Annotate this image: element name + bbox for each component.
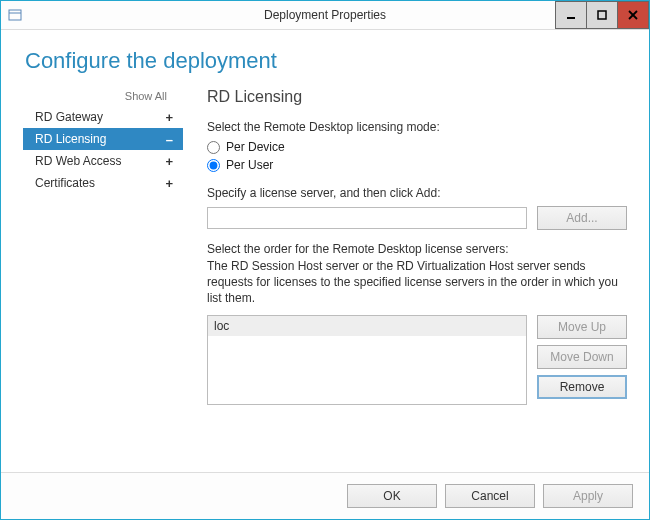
radio-per-device[interactable]: Per Device — [207, 140, 627, 154]
content-row: Show All RD Gateway + RD Licensing – RD … — [1, 88, 649, 472]
sidebar-item-rd-licensing[interactable]: RD Licensing – — [23, 128, 183, 150]
radio-label: Per User — [226, 158, 273, 172]
licensing-mode-label: Select the Remote Desktop licensing mode… — [207, 120, 627, 134]
sidebar-item-label: RD Web Access — [35, 154, 121, 168]
main-pane: RD Licensing Select the Remote Desktop l… — [183, 88, 637, 472]
minimize-button[interactable] — [555, 1, 587, 29]
order-buttons: Move Up Move Down Remove — [537, 315, 627, 405]
list-item[interactable]: loc — [208, 316, 526, 336]
specify-server-label: Specify a license server, and then click… — [207, 186, 627, 200]
close-button[interactable] — [617, 1, 649, 29]
ok-button[interactable]: OK — [347, 484, 437, 508]
show-all-link[interactable]: Show All — [23, 90, 183, 106]
add-button[interactable]: Add... — [537, 206, 627, 230]
sidebar-item-label: RD Gateway — [35, 110, 103, 124]
section-heading: RD Licensing — [207, 88, 627, 106]
move-up-button[interactable]: Move Up — [537, 315, 627, 339]
server-order-row: loc Move Up Move Down Remove — [207, 315, 627, 405]
sidebar-item-label: Certificates — [35, 176, 95, 190]
page-title: Configure the deployment — [1, 30, 649, 88]
radio-per-user[interactable]: Per User — [207, 158, 627, 172]
apply-button[interactable]: Apply — [543, 484, 633, 508]
svg-rect-3 — [598, 11, 606, 19]
radio-per-user-input[interactable] — [207, 159, 220, 172]
expand-icon: + — [165, 110, 173, 125]
expand-icon: + — [165, 176, 173, 191]
license-server-listbox[interactable]: loc — [207, 315, 527, 405]
sidebar-item-certificates[interactable]: Certificates + — [23, 172, 183, 194]
license-server-input[interactable] — [207, 207, 527, 229]
svg-rect-0 — [9, 10, 21, 20]
dialog-footer: OK Cancel Apply — [1, 472, 649, 519]
move-down-button[interactable]: Move Down — [537, 345, 627, 369]
cancel-button[interactable]: Cancel — [445, 484, 535, 508]
server-order-label: Select the order for the Remote Desktop … — [207, 242, 627, 256]
sidebar-item-rd-web-access[interactable]: RD Web Access + — [23, 150, 183, 172]
expand-icon: + — [165, 154, 173, 169]
collapse-icon: – — [166, 132, 173, 147]
remove-button[interactable]: Remove — [537, 375, 627, 399]
radio-label: Per Device — [226, 140, 285, 154]
deployment-properties-window: Deployment Properties Configure the depl… — [0, 0, 650, 520]
titlebar: Deployment Properties — [1, 1, 649, 30]
window-title: Deployment Properties — [1, 8, 649, 22]
radio-per-device-input[interactable] — [207, 141, 220, 154]
window-controls — [556, 1, 649, 29]
add-server-row: Add... — [207, 206, 627, 230]
sidebar-item-rd-gateway[interactable]: RD Gateway + — [23, 106, 183, 128]
sidebar: Show All RD Gateway + RD Licensing – RD … — [23, 88, 183, 472]
sidebar-item-label: RD Licensing — [35, 132, 106, 146]
maximize-button[interactable] — [586, 1, 618, 29]
server-window-icon — [7, 7, 23, 23]
server-order-description: The RD Session Host server or the RD Vir… — [207, 258, 627, 307]
